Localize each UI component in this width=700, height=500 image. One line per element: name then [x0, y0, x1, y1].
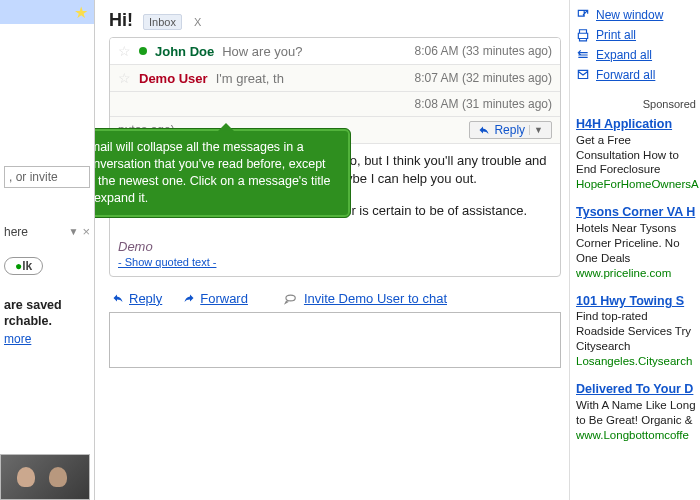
collapsed-message[interactable]: ☆ Demo User I'm great, th 8:07 AM (32 mi…	[110, 65, 560, 92]
reply-textarea[interactable]	[109, 312, 561, 368]
left-sidebar: ★ here ▼ × ●lk are savedrchable. more	[0, 0, 95, 500]
talk-badge[interactable]: ●lk	[4, 257, 43, 275]
right-sidebar: New window Print all Expand all Forward …	[570, 0, 700, 500]
signature: Demo	[118, 239, 552, 254]
learn-more-link[interactable]: more	[4, 332, 31, 346]
reply-button[interactable]: Reply ▼	[469, 121, 552, 139]
sponsored-label: Sponsored	[576, 98, 696, 110]
presence-dot-icon	[139, 47, 147, 55]
chevron-down-icon: ▼	[69, 226, 79, 237]
forward-icon	[576, 68, 590, 82]
chat-status-row[interactable]: here ▼ ×	[4, 224, 90, 239]
star-outline-icon[interactable]: ☆	[118, 70, 131, 86]
print-all-link[interactable]: Print all	[596, 28, 636, 42]
tutorial-tooltip: Gmail will collapse all the messages in …	[95, 128, 351, 218]
sender-name: Demo User	[139, 71, 208, 86]
collapsed-message[interactable]: ☆ John Doe How are you? 8:06 AM (33 minu…	[110, 38, 560, 65]
conversation-panel: Hi! Inbox X ☆ John Doe How are you? 8:06…	[95, 0, 570, 500]
star-outline-icon[interactable]: ☆	[118, 43, 131, 59]
sponsored-ad[interactable]: Tysons Corner VA HHotels Near Tysons Cor…	[576, 204, 696, 280]
new-window-link[interactable]: New window	[596, 8, 663, 22]
sender-name: John Doe	[155, 44, 214, 59]
message-actions: Reply Forward Invite Demo User to chat	[111, 291, 561, 306]
star-icon: ★	[74, 3, 88, 22]
message-time: 8:08 AM (31 minutes ago)	[415, 97, 552, 111]
chevron-down-icon[interactable]: ▼	[529, 125, 543, 135]
sponsored-ad[interactable]: H4H ApplicationGet a Free Consultation H…	[576, 116, 696, 192]
star-band: ★	[0, 0, 94, 24]
label-remove-icon[interactable]: X	[194, 16, 201, 28]
sponsored-ad[interactable]: 101 Hwy Towing SFind top-rated Roadside …	[576, 293, 696, 369]
chat-status-text: here	[4, 225, 28, 239]
invite-to-chat-link[interactable]: Invite Demo User to chat	[282, 291, 447, 306]
message-time: 8:07 AM (32 minutes ago)	[415, 71, 552, 85]
message-time: 8:06 AM (33 minutes ago)	[415, 44, 552, 58]
expand-all-link[interactable]: Expand all	[596, 48, 652, 62]
label-chip[interactable]: Inbox	[143, 14, 182, 30]
print-icon	[576, 28, 590, 42]
chat-invite-input[interactable]	[4, 166, 90, 188]
conversation-subject: Hi!	[109, 10, 133, 31]
chats-saved-note: are savedrchable.	[4, 297, 90, 330]
message-snippet: How are you?	[222, 44, 406, 59]
close-icon[interactable]: ×	[82, 224, 90, 239]
message-snippet: I'm great, th	[216, 71, 407, 86]
collapsed-message[interactable]: 8:08 AM (31 minutes ago)	[110, 92, 560, 117]
chat-avatar[interactable]	[0, 454, 90, 500]
reply-link[interactable]: Reply	[111, 291, 162, 306]
show-quoted-link[interactable]: - Show quoted text -	[118, 256, 216, 268]
forward-link[interactable]: Forward	[182, 291, 248, 306]
forward-all-link[interactable]: Forward all	[596, 68, 655, 82]
sponsored-ad[interactable]: Delivered To Your DWith A Name Like Long…	[576, 381, 696, 442]
new-window-icon	[576, 8, 590, 22]
expand-icon	[576, 48, 590, 62]
